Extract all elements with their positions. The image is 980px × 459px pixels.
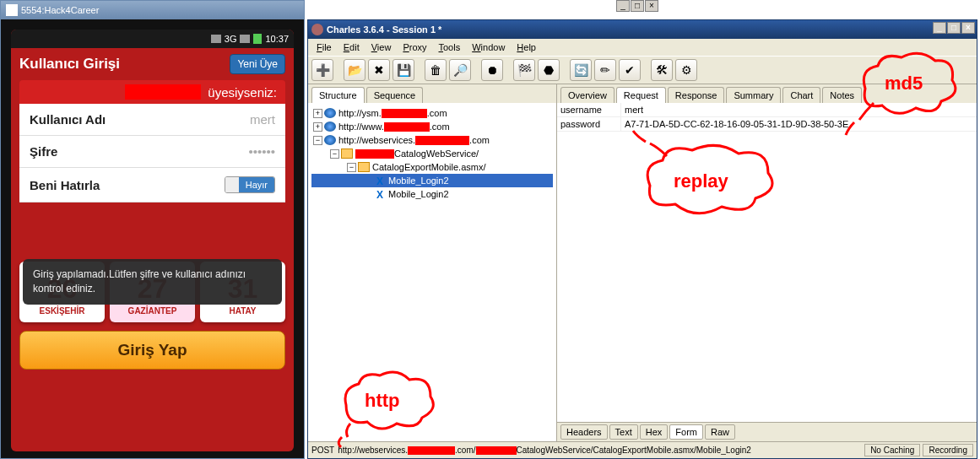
menubar[interactable]: File Edit View Proxy Tools Window Help [308,39,977,56]
redacted [382,109,427,118]
expand-icon[interactable]: + [313,109,322,118]
redacted [384,122,430,132]
username-label: Kullanıcı Adı [30,112,106,127]
net-label: 3G [225,34,237,44]
trash-icon[interactable]: 🗑 [425,59,447,81]
tab-request[interactable]: Request [616,87,666,103]
android-statusbar: 3G 10:37 [11,30,294,48]
tree-leaf-selected[interactable]: X Mobile_Login2 [311,174,553,187]
page-title: Kullanıcı Girişi [19,56,120,73]
tab-notes[interactable]: Notes [822,87,862,103]
emulator-titlebar[interactable]: 5554:Hack4Career [1,1,304,19]
expand-icon[interactable]: + [313,122,322,132]
menu-window[interactable]: Window [467,40,510,54]
menu-view[interactable]: View [366,40,397,54]
new-session-icon[interactable]: ➕ [311,59,333,81]
app-header: Kullanıcı Girişi Yeni Üye [11,48,294,80]
banner-text: üyesiyseniz: [208,85,277,100]
charles-window-controls[interactable]: _ □ × [933,22,975,34]
remember-toggle[interactable]: Hayır [225,176,275,193]
clock: 10:37 [265,34,289,44]
maximize-icon[interactable]: □ [631,0,644,12]
tab-chart[interactable]: Chart [782,87,820,103]
tab-summary[interactable]: Summary [726,87,781,103]
close-icon[interactable]: × [645,0,658,12]
menu-file[interactable]: File [311,40,337,54]
emulator-body: 3G 10:37 Kullanıcı Girişi Yeni Üye üyesi… [1,19,304,458]
tree-host[interactable]: + http://www..com [311,120,553,133]
tab-sequence[interactable]: Sequence [366,87,424,103]
toggle-on [225,177,239,192]
breakpoint-icon[interactable]: ⬣ [538,59,560,81]
structure-tree[interactable]: + http://ysm..com + http://www..com − ht… [308,103,556,441]
tab-form[interactable]: Form [669,424,703,440]
charles-body: Structure Sequence + http://ysm..com + h… [308,84,977,441]
tree-host[interactable]: − http://webservices..com [311,133,553,147]
tab-hex[interactable]: Hex [640,424,669,440]
menu-help[interactable]: Help [512,40,541,54]
close-icon[interactable]: × [961,22,975,34]
toggle-off: Hayır [239,177,274,192]
signal-icon [211,35,221,43]
param-value: mert [621,103,977,116]
tree-leaf[interactable]: X Mobile_Login2 [311,187,553,201]
login-button[interactable]: Giriş Yap [19,331,285,370]
throttle-icon[interactable]: 🏁 [513,59,535,81]
username-row[interactable]: Kullanıcı Adı mert [19,104,285,136]
tree-host[interactable]: + http://ysm..com [311,106,553,120]
tab-raw[interactable]: Raw [705,424,735,440]
folder-icon [358,162,370,172]
status-url: POST http://webservices. .com/ CatalogWe… [311,446,862,455]
redacted [355,149,394,159]
collapse-icon[interactable]: − [347,163,356,172]
password-value: •••••• [248,144,275,159]
wifi-icon [240,35,250,43]
tab-structure[interactable]: Structure [311,87,365,103]
settings-icon[interactable]: ⚙ [675,59,697,81]
param-key: password [557,117,621,131]
collapse-icon[interactable]: − [330,149,339,159]
new-member-button[interactable]: Yeni Üye [230,54,285,74]
globe-icon [324,135,336,145]
tree-folder[interactable]: − CatalogWebService/ [311,147,553,160]
find-icon[interactable]: 🔎 [449,59,471,81]
recording-button[interactable]: Recording [923,444,973,456]
maximize-icon[interactable]: □ [947,22,961,34]
right-pane: Overview Request Response Summary Chart … [557,84,977,441]
emulator-title: 5554:Hack4Career [21,5,99,15]
minimize-icon[interactable]: _ [616,0,630,12]
minimize-icon[interactable]: _ [933,22,946,34]
close-session-icon[interactable]: ✖ [368,59,390,81]
no-caching-button[interactable]: No Caching [864,444,920,456]
open-icon[interactable]: 📂 [344,59,365,81]
record-icon[interactable]: ⏺ [481,59,503,81]
username-value: mert [250,112,275,127]
request-table[interactable]: username mert password A7-71-DA-5D-CC-62… [557,103,977,422]
remember-label: Beni Hatırla [30,178,100,192]
menu-tools[interactable]: Tools [434,40,466,54]
outer-window-controls[interactable]: _ □ × [616,0,978,12]
folder-icon [341,148,353,159]
tab-overview[interactable]: Overview [560,87,615,103]
charles-titlebar[interactable]: Charles 3.6.4 - Session 1 * _ □ × [308,20,977,39]
tab-headers[interactable]: Headers [560,424,608,440]
collapse-icon[interactable]: − [313,136,322,145]
toolbar: ➕ 📂 ✖ 💾 🗑 🔎 ⏺ 🏁 ⬣ 🔄 ✏ ✔ 🛠 ⚙ [308,56,977,84]
tools-icon[interactable]: 🛠 [651,59,673,81]
globe-icon [324,108,336,118]
save-icon[interactable]: 💾 [393,59,414,81]
tab-response[interactable]: Response [668,87,725,103]
redacted [408,446,455,455]
param-key: username [557,103,621,116]
table-row[interactable]: password A7-71-DA-5D-CC-62-18-16-09-05-3… [557,117,977,132]
tab-text[interactable]: Text [609,424,638,440]
menu-proxy[interactable]: Proxy [398,40,431,54]
validate-icon[interactable]: ✔ [619,59,641,81]
password-row[interactable]: Şifre •••••• [19,136,285,168]
charles-title: Charles 3.6.4 - Session 1 * [327,24,441,35]
table-row[interactable]: username mert [557,103,977,117]
edit-icon[interactable]: ✏ [594,59,616,81]
tree-folder[interactable]: − CatalogExportMobile.asmx/ [311,160,553,174]
menu-edit[interactable]: Edit [338,40,365,54]
repeat-icon[interactable]: 🔄 [570,59,592,81]
